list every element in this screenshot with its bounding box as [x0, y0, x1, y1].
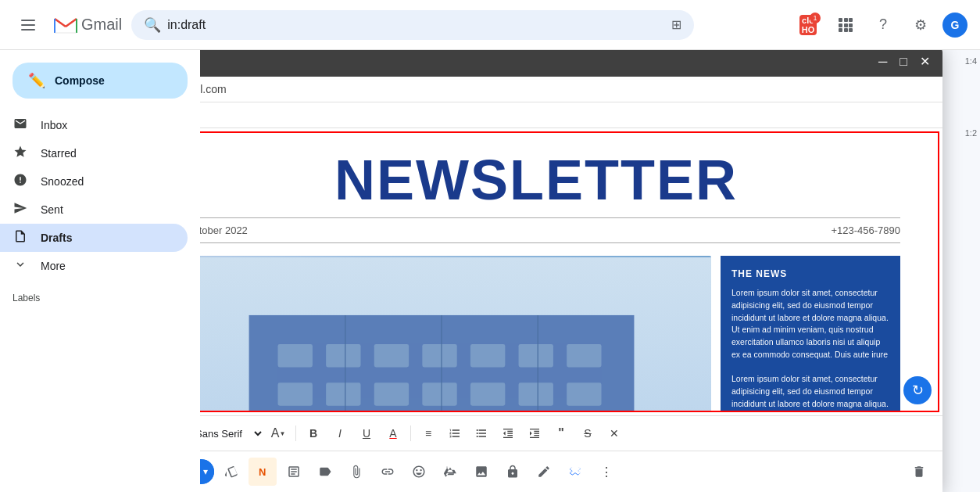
inbox-label: Inbox [41, 119, 67, 131]
compose-to-row: hello@gmail.com [200, 77, 942, 102]
emoji-button[interactable] [405, 458, 433, 486]
svg-rect-10 [839, 28, 842, 32]
search-bar[interactable]: 🔍 ⊞ [131, 10, 694, 40]
sent-icon [13, 201, 28, 219]
pencil-icon: ✏️ [28, 72, 45, 89]
search-input[interactable] [167, 18, 665, 32]
compose-button[interactable]: ✏️ Compose [13, 63, 188, 99]
sidebar-item-snoozed[interactable]: Snoozed [0, 167, 188, 196]
sidebar-item-inbox[interactable]: Inbox [0, 111, 188, 139]
sidebar: ✏️ Compose Inbox Starred Snoozed Sent [0, 50, 200, 492]
svg-rect-20 [519, 344, 553, 368]
sidebar-item-starred[interactable]: Starred [0, 139, 188, 167]
starred-label: Starred [41, 147, 77, 160]
svg-rect-7 [839, 23, 842, 27]
top-bar: Gmail 🔍 ⊞ cloHO 1 ? ⚙ G [0, 0, 980, 50]
sidebar-item-sent[interactable]: Sent [0, 196, 188, 224]
remove-format-button[interactable]: ✕ [602, 421, 627, 446]
svg-rect-5 [844, 18, 848, 22]
notes-button[interactable]: N [249, 458, 277, 486]
indent-less-button[interactable] [495, 421, 520, 446]
refresh-button[interactable]: ↻ [903, 376, 932, 404]
to-address[interactable]: hello@gmail.com [200, 83, 227, 95]
discard-button[interactable] [905, 458, 933, 486]
filter-icon[interactable]: ⊞ [671, 17, 681, 32]
search-icon: 🔍 [144, 16, 161, 34]
template-button[interactable] [280, 458, 308, 486]
bold-button[interactable]: B [301, 421, 326, 446]
newsletter-content-row: THE NEWS Lorem ipsum dolor sit amet, con… [200, 256, 900, 412]
help-icon: ? [879, 16, 887, 33]
expand-button[interactable]: □ [896, 53, 910, 70]
strikethrough-button[interactable]: S [575, 421, 600, 446]
more-icon [13, 257, 28, 275]
svg-rect-22 [278, 382, 313, 406]
settings-icon: ⚙ [914, 16, 927, 34]
ordered-list-button[interactable] [442, 421, 467, 446]
avatar[interactable]: G [942, 13, 967, 38]
sent-label: Sent [41, 203, 63, 216]
gmail-wordmark: Gmail [81, 16, 122, 34]
tag-button[interactable] [311, 458, 339, 486]
settings-button[interactable]: ⚙ [905, 9, 936, 41]
svg-rect-11 [844, 28, 848, 32]
news-section-title: THE NEWS [731, 267, 889, 281]
signature-button[interactable] [530, 458, 558, 486]
cloud-icon-button[interactable]: cloHO 1 [792, 9, 824, 41]
svg-rect-27 [519, 382, 553, 406]
font-size-button[interactable]: A▼ [266, 421, 291, 446]
compose-dialog-header: Newsletter ─ □ ✕ [200, 50, 942, 77]
svg-rect-12 [849, 28, 853, 32]
drive-button[interactable] [436, 458, 464, 486]
newsletter-phone: +123-456-7890 [831, 224, 900, 236]
sidebar-item-drafts[interactable]: Drafts [0, 224, 188, 252]
newsletter-preview: NEWSLETTER 02 October 2022 +123-456-7890 [200, 133, 938, 412]
compose-body[interactable]: NEWSLETTER 02 October 2022 +123-456-7890 [200, 131, 939, 412]
svg-rect-8 [844, 23, 848, 27]
toolbar-separator-2 [410, 426, 411, 441]
more-options-button[interactable]: ⋮ [592, 458, 621, 486]
attach-button[interactable] [342, 458, 370, 486]
svg-rect-9 [849, 23, 853, 27]
svg-rect-15 [278, 344, 313, 368]
svg-rect-24 [374, 382, 409, 406]
minimize-button[interactable]: ─ [875, 53, 890, 70]
news-body-text: Lorem ipsum dolor sit amet, consectetur … [731, 287, 889, 412]
photo-button[interactable] [467, 458, 495, 486]
send-dropdown-button[interactable]: ▾ [200, 460, 214, 483]
sidebar-item-more[interactable]: More [0, 252, 188, 280]
align-button[interactable]: ≡ [416, 421, 441, 446]
gmail-logo: Gmail [53, 16, 122, 34]
svg-rect-21 [567, 344, 601, 368]
dropbox-button[interactable] [561, 458, 589, 486]
compose-dialog: Newsletter ─ □ ✕ hello@gmail.com Newslet… [200, 50, 942, 492]
menu-button[interactable] [13, 9, 44, 41]
svg-rect-23 [326, 382, 360, 406]
newsletter-meta: 02 October 2022 +123-456-7890 [200, 217, 900, 243]
newsletter-date: 02 October 2022 [200, 224, 248, 236]
text-color-button[interactable]: A [381, 421, 406, 446]
help-button[interactable]: ? [867, 9, 899, 41]
time-label-2: 1:2 [965, 128, 977, 138]
link-button[interactable] [374, 458, 402, 486]
formatting-toggle-button[interactable] [217, 458, 245, 486]
svg-rect-2 [21, 29, 35, 31]
star-icon [13, 145, 28, 163]
svg-rect-28 [567, 382, 601, 406]
svg-rect-18 [422, 344, 456, 368]
italic-button[interactable]: I [327, 421, 352, 446]
font-select[interactable]: Sans Serif Serif Monospace [200, 424, 264, 444]
close-button[interactable]: ✕ [917, 52, 933, 70]
underline-button[interactable]: U [354, 421, 379, 446]
apps-button[interactable] [830, 9, 861, 41]
quote-button[interactable]: " [549, 421, 574, 446]
svg-rect-19 [470, 344, 505, 368]
notification-badge: 1 [810, 13, 821, 23]
newsletter-title: NEWSLETTER [200, 152, 900, 208]
main-layout: ✏️ Compose Inbox Starred Snoozed Sent [0, 50, 980, 492]
lock-button[interactable] [499, 458, 527, 486]
top-bar-right: cloHO 1 ? ⚙ G [792, 9, 967, 41]
unordered-list-button[interactable] [469, 421, 494, 446]
indent-more-button[interactable] [522, 421, 547, 446]
drafts-icon [13, 229, 28, 247]
